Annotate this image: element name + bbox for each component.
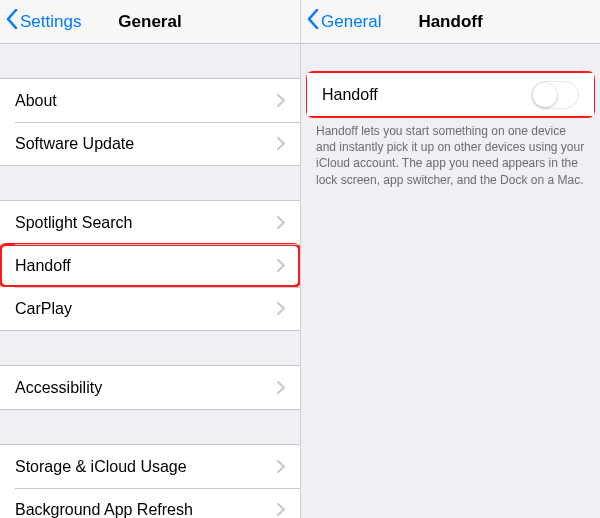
row-label: Software Update <box>15 135 277 153</box>
row-label: CarPlay <box>15 300 277 318</box>
chevron-right-icon <box>277 259 285 272</box>
content-handoff: Handoff Handoff lets you start something… <box>301 44 600 518</box>
back-button[interactable]: General <box>301 0 381 43</box>
row-label: Storage & iCloud Usage <box>15 458 277 476</box>
row-handoff-toggle: Handoff <box>307 73 594 116</box>
screen-handoff: General Handoff Handoff Handoff lets you… <box>300 0 600 518</box>
row-label: Accessibility <box>15 379 277 397</box>
chevron-right-icon <box>277 137 285 150</box>
content-general: About Software Update Spotlight Search H… <box>0 44 300 518</box>
chevron-right-icon <box>277 94 285 107</box>
row-about[interactable]: About <box>0 79 300 122</box>
row-label: About <box>15 92 277 110</box>
navbar-general: Settings General <box>0 0 300 44</box>
group-storage-refresh: Storage & iCloud Usage Background App Re… <box>0 444 300 518</box>
row-carplay[interactable]: CarPlay <box>0 287 300 330</box>
row-label: Handoff <box>322 86 531 104</box>
row-spotlight-search[interactable]: Spotlight Search <box>0 201 300 244</box>
group-about: About Software Update <box>0 78 300 166</box>
chevron-right-icon <box>277 302 285 315</box>
chevron-right-icon <box>277 460 285 473</box>
row-label: Spotlight Search <box>15 214 277 232</box>
handoff-toggle[interactable] <box>531 81 579 109</box>
back-label: General <box>321 12 381 32</box>
row-background-refresh[interactable]: Background App Refresh <box>0 488 300 518</box>
row-accessibility[interactable]: Accessibility <box>0 366 300 409</box>
navbar-handoff: General Handoff <box>301 0 600 44</box>
chevron-left-icon <box>6 9 20 34</box>
group-spotlight-handoff-carplay: Spotlight Search Handoff CarPlay <box>0 200 300 331</box>
chevron-right-icon <box>277 503 285 516</box>
row-handoff[interactable]: Handoff <box>0 244 300 287</box>
screen-general: Settings General About Software Update <box>0 0 300 518</box>
row-label: Handoff <box>15 257 277 275</box>
chevron-right-icon <box>277 216 285 229</box>
group-accessibility: Accessibility <box>0 365 300 410</box>
row-label: Background App Refresh <box>15 501 277 519</box>
chevron-left-icon <box>307 9 321 34</box>
group-handoff-toggle: Handoff <box>307 72 594 117</box>
row-storage-icloud[interactable]: Storage & iCloud Usage <box>0 445 300 488</box>
back-button[interactable]: Settings <box>0 0 81 43</box>
row-software-update[interactable]: Software Update <box>0 122 300 165</box>
back-label: Settings <box>20 12 81 32</box>
chevron-right-icon <box>277 381 285 394</box>
footer-note: Handoff lets you start something on one … <box>301 117 600 188</box>
